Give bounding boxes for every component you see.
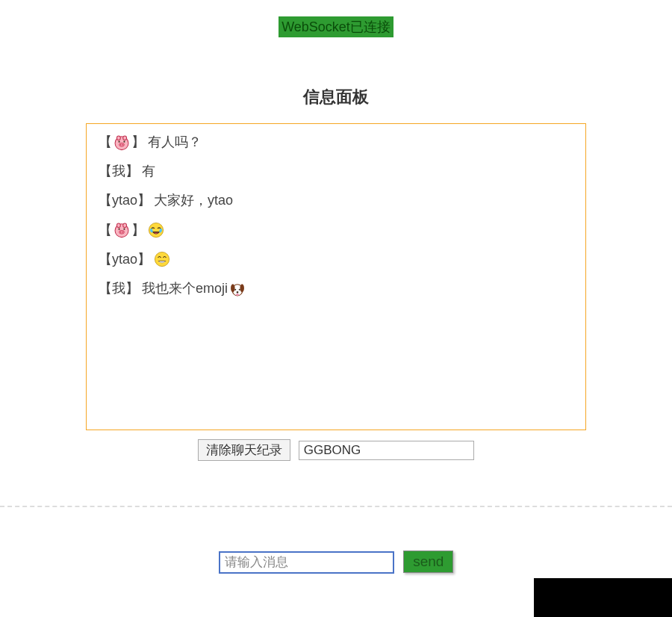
bracket-right: 】 xyxy=(137,191,151,210)
chat-message: 【 】 xyxy=(99,221,573,240)
svg-point-7 xyxy=(123,140,125,142)
bracket-left: 【 xyxy=(99,162,112,181)
controls-row: 清除聊天纪录 xyxy=(0,439,672,461)
sender-name: ytao xyxy=(112,191,137,210)
dog-icon xyxy=(229,281,246,297)
sender-name: 我 xyxy=(112,162,125,181)
svg-point-10 xyxy=(123,223,127,228)
message-input-row: send xyxy=(0,551,672,574)
bracket-right: 】 xyxy=(125,279,139,298)
send-button[interactable]: send xyxy=(403,551,453,573)
bracket-right: 】 xyxy=(131,133,145,152)
svg-point-9 xyxy=(116,223,120,228)
bracket-left: 【 xyxy=(99,279,112,298)
svg-point-21 xyxy=(231,284,235,292)
message-text: 有人吗？ xyxy=(148,133,202,152)
svg-point-3 xyxy=(119,143,125,146)
message-text: 大家好，ytao xyxy=(154,191,233,210)
bracket-left: 【 xyxy=(99,250,112,269)
bracket-right: 】 xyxy=(131,221,145,240)
title-area: 信息面板 xyxy=(0,86,672,108)
overlay-box xyxy=(534,578,672,617)
panel-title: 信息面板 xyxy=(0,86,672,108)
svg-point-4 xyxy=(120,144,121,145)
message-input[interactable] xyxy=(219,551,394,574)
svg-point-2 xyxy=(123,136,127,140)
section-divider xyxy=(0,506,672,507)
svg-point-6 xyxy=(119,140,120,142)
sender-name: ytao xyxy=(112,250,137,269)
svg-point-25 xyxy=(237,291,239,293)
svg-point-24 xyxy=(239,288,240,290)
svg-point-23 xyxy=(234,288,236,290)
laugh-cry-icon xyxy=(148,222,164,238)
bracket-left: 【 xyxy=(99,191,112,210)
chat-message: 【 】 有人吗？ xyxy=(99,133,573,152)
svg-point-19 xyxy=(155,252,169,267)
svg-point-14 xyxy=(119,229,120,230)
chat-panel[interactable]: 【 】 有人吗？ 【 我 】 有 【 ytao 】 大家好，ytao 【 xyxy=(86,123,586,430)
svg-point-26 xyxy=(236,294,239,296)
bracket-left: 【 xyxy=(99,133,112,152)
svg-point-12 xyxy=(120,232,121,232)
bracket-right: 】 xyxy=(125,162,139,181)
svg-point-15 xyxy=(123,229,125,230)
sender-name: 我 xyxy=(112,279,125,298)
message-text: 有 xyxy=(142,162,155,181)
status-badge: WebSocket已连接 xyxy=(279,16,393,37)
clear-chat-button[interactable]: 清除聊天纪录 xyxy=(198,439,290,461)
pig-icon xyxy=(113,134,130,151)
chat-message: 【 我 】 我也来个emoji xyxy=(99,279,573,298)
status-bar: WebSocket已连接 xyxy=(0,0,672,37)
pig-icon xyxy=(113,222,130,238)
chat-message: 【 我 】 有 xyxy=(99,162,573,181)
svg-point-5 xyxy=(122,144,123,145)
bracket-left: 【 xyxy=(99,221,112,240)
svg-point-1 xyxy=(116,136,120,140)
svg-point-22 xyxy=(240,284,244,292)
svg-point-11 xyxy=(119,231,125,235)
message-text: 我也来个emoji xyxy=(142,279,228,298)
username-input[interactable] xyxy=(299,441,474,460)
chat-message: 【 ytao 】 xyxy=(99,250,573,269)
bracket-right: 】 xyxy=(137,250,151,269)
svg-point-13 xyxy=(122,232,123,232)
chat-message: 【 ytao 】 大家好，ytao xyxy=(99,191,573,210)
smile-icon xyxy=(154,251,170,267)
